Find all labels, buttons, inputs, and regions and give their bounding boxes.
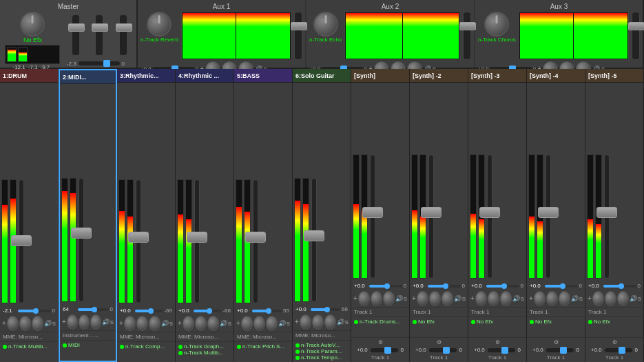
vol-slider[interactable] xyxy=(603,285,636,288)
vol-slider-thumb[interactable] xyxy=(443,283,448,289)
vol-slider[interactable] xyxy=(311,308,340,311)
send-fader-thumb[interactable] xyxy=(384,347,391,354)
track-knob-2[interactable] xyxy=(79,314,90,330)
track-plus-2[interactable]: + xyxy=(62,319,66,325)
fader-handle-4[interactable] xyxy=(187,232,207,243)
send-fader[interactable] xyxy=(371,348,398,352)
track-knob-3[interactable] xyxy=(266,316,278,331)
track-speaker-8[interactable]: 🔊 xyxy=(454,295,461,302)
master-fader-handle[interactable] xyxy=(68,23,85,32)
fader-track[interactable] xyxy=(546,154,551,279)
track-plus-7[interactable]: + xyxy=(353,295,357,302)
track-knob-3[interactable] xyxy=(383,291,395,306)
aux1-knob[interactable] xyxy=(147,12,172,37)
aux2-fader-handle[interactable] xyxy=(459,22,476,30)
track-knob-3[interactable] xyxy=(149,316,160,331)
track-plus-10[interactable]: + xyxy=(529,295,533,302)
fader-track[interactable] xyxy=(370,154,375,279)
fader-handle-11[interactable] xyxy=(596,207,617,218)
track-s-5[interactable]: S xyxy=(287,321,290,327)
aux3-fader[interactable] xyxy=(632,12,640,60)
track-knob-1[interactable] xyxy=(67,314,78,330)
track-knob-1[interactable] xyxy=(183,316,194,331)
aux3-knob[interactable] xyxy=(484,12,509,37)
track-plus-9[interactable]: + xyxy=(470,295,475,302)
vol-slider-thumb[interactable] xyxy=(207,308,212,314)
track-speaker-3[interactable]: 🔊 xyxy=(161,320,169,327)
track-knob-3[interactable] xyxy=(32,316,43,331)
vol-slider[interactable] xyxy=(252,310,282,312)
track-knob-1[interactable] xyxy=(475,291,487,306)
track-s-9[interactable]: S xyxy=(521,296,524,302)
send-fader[interactable] xyxy=(605,348,632,352)
vol-slider[interactable] xyxy=(135,310,163,312)
fader-track[interactable] xyxy=(604,154,610,279)
vol-slider-thumb[interactable] xyxy=(324,307,330,312)
fader-track[interactable] xyxy=(79,178,84,302)
fader-handle-7[interactable] xyxy=(362,207,383,218)
master-pan-thumb[interactable] xyxy=(103,60,110,67)
fader-track[interactable] xyxy=(253,179,258,303)
track-s-2[interactable]: S xyxy=(110,319,114,325)
vol-slider[interactable] xyxy=(428,285,461,288)
track-s-3[interactable]: S xyxy=(169,321,173,327)
track-knob-2[interactable] xyxy=(253,316,265,331)
send-fader-thumb[interactable] xyxy=(560,347,567,354)
track-knob-3[interactable] xyxy=(617,291,629,306)
track-plus-4[interactable]: + xyxy=(178,320,182,327)
aux1-fader-handle[interactable] xyxy=(291,22,307,30)
aux3-fader-handle[interactable] xyxy=(628,22,644,30)
aux2-fader[interactable] xyxy=(463,12,471,60)
fader-handle-8[interactable] xyxy=(421,207,442,218)
fader-track[interactable] xyxy=(19,179,24,303)
track-knob-1[interactable] xyxy=(417,291,428,306)
fader-track[interactable] xyxy=(428,154,434,279)
send-fader-thumb[interactable] xyxy=(443,347,450,354)
send-fader[interactable] xyxy=(546,348,574,352)
master-fader3[interactable] xyxy=(119,14,127,56)
fader-track[interactable] xyxy=(311,178,317,302)
track-knob-1[interactable] xyxy=(300,314,311,330)
master-pan[interactable] xyxy=(79,61,120,66)
track-knob-1[interactable] xyxy=(358,291,370,306)
track-knob-1[interactable] xyxy=(592,291,604,306)
fader-handle-5[interactable] xyxy=(245,232,266,243)
track-knob-1[interactable] xyxy=(7,316,19,331)
track-knob-2[interactable] xyxy=(195,316,207,331)
send-fader-thumb[interactable] xyxy=(501,347,508,354)
track-knob-2[interactable] xyxy=(19,316,31,331)
master-fader2[interactable] xyxy=(95,14,103,56)
track-knob-3[interactable] xyxy=(90,314,101,330)
track-knob-3[interactable] xyxy=(500,291,512,306)
track-knob-2[interactable] xyxy=(429,291,441,306)
track-speaker-6[interactable]: 🔊 xyxy=(337,319,344,325)
track-knob-2[interactable] xyxy=(605,291,616,306)
track-speaker-11[interactable]: 🔊 xyxy=(630,295,637,302)
track-s-8[interactable]: S xyxy=(462,296,466,302)
send-fader[interactable] xyxy=(429,348,457,352)
vol-slider-thumb[interactable] xyxy=(560,283,565,289)
vol-slider[interactable] xyxy=(486,285,519,288)
master-fader2-handle[interactable] xyxy=(92,23,108,32)
track-plus-6[interactable]: + xyxy=(295,319,299,325)
vol-slider-thumb[interactable] xyxy=(384,283,390,289)
fader-handle-10[interactable] xyxy=(538,207,559,218)
vol-slider-thumb[interactable] xyxy=(501,283,507,289)
fader-handle-3[interactable] xyxy=(128,232,149,243)
vol-slider-thumb[interactable] xyxy=(148,308,154,314)
track-knob-1[interactable] xyxy=(241,316,253,331)
vol-slider[interactable] xyxy=(545,285,578,288)
track-knob-2[interactable] xyxy=(546,291,558,306)
aux1-fader[interactable] xyxy=(294,12,302,60)
vol-slider[interactable] xyxy=(194,310,221,312)
track-knob-2[interactable] xyxy=(136,316,148,331)
track-knob-3[interactable] xyxy=(559,291,570,306)
track-knob-2[interactable] xyxy=(488,291,499,306)
track-s-6[interactable]: S xyxy=(345,319,349,325)
vol-slider-thumb[interactable] xyxy=(619,283,624,289)
track-s-11[interactable]: S xyxy=(638,296,641,302)
track-speaker-4[interactable]: 🔊 xyxy=(220,320,227,327)
track-speaker-7[interactable]: 🔊 xyxy=(395,295,403,302)
vol-slider[interactable] xyxy=(78,308,109,311)
track-speaker-9[interactable]: 🔊 xyxy=(512,295,520,302)
